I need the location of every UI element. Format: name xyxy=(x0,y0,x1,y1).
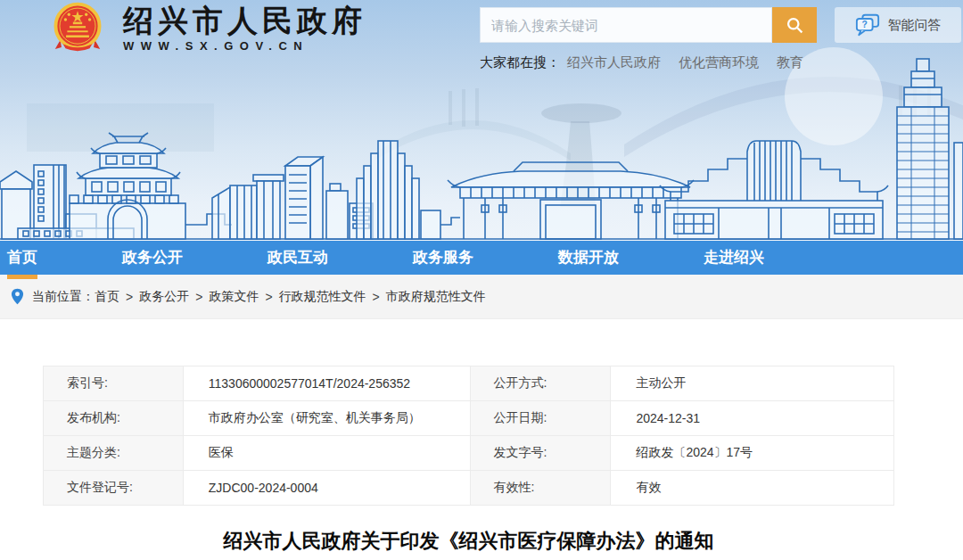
table-row: 索引号: 11330600002577014T/2024-256352 公开方式… xyxy=(44,366,894,401)
field-value-topic-category: 医保 xyxy=(183,436,470,471)
breadcrumb-item-city-normative[interactable]: 市政府规范性文件 xyxy=(386,289,486,305)
table-row: 主题分类: 医保 发文字号: 绍政发〔2024〕17号 xyxy=(44,436,894,471)
location-pin-icon xyxy=(11,288,24,305)
field-label-issuing-agency: 发布机构: xyxy=(44,401,184,436)
document-page: 索引号: 11330600002577014T/2024-256352 公开方式… xyxy=(0,319,963,555)
breadcrumb: 当前位置： 首页 > 政务公开 > 政策文件 > 行政规范性文件 > 市政府规范… xyxy=(0,275,963,319)
field-value-publish-date: 2024-12-31 xyxy=(611,401,894,436)
breadcrumb-item-gov-info[interactable]: 政务公开 xyxy=(139,289,189,305)
magnifier-icon xyxy=(786,16,804,35)
table-row: 发布机构: 市政府办公室（研究室、机关事务局） 公开日期: 2024-12-31 xyxy=(44,401,894,436)
breadcrumb-prefix: 当前位置： xyxy=(32,289,95,305)
hot-search-link[interactable]: 优化营商环境 xyxy=(679,54,759,71)
search-input[interactable] xyxy=(480,7,772,43)
nav-item-services[interactable]: 政务服务 xyxy=(413,241,473,275)
smart-qa-label: 智能问答 xyxy=(888,17,942,34)
field-label-publish-date: 公开日期: xyxy=(470,401,611,436)
nav-item-open-data[interactable]: 数据开放 xyxy=(558,241,619,275)
field-value-validity: 有效 xyxy=(611,471,894,506)
national-emblem-icon xyxy=(46,2,109,57)
field-label-registration-no: 文件登记号: xyxy=(44,471,184,506)
site-logo[interactable]: 绍兴市人民政府 WWW.SX.GOV.CN xyxy=(46,1,366,57)
field-label-doc-number: 发文字号: xyxy=(470,436,611,471)
field-label-topic-category: 主题分类: xyxy=(44,436,184,471)
document-info-table: 索引号: 11330600002577014T/2024-256352 公开方式… xyxy=(43,366,894,506)
search-bar xyxy=(480,7,817,43)
site-url: WWW.SX.GOV.CN xyxy=(123,39,366,53)
nav-item-home[interactable]: 首页 xyxy=(7,241,37,275)
breadcrumb-separator: > xyxy=(126,290,133,304)
hot-search-link[interactable]: 教育 xyxy=(777,54,803,71)
breadcrumb-item-admin-normative[interactable]: 行政规范性文件 xyxy=(279,289,366,305)
field-value-doc-number: 绍政发〔2024〕17号 xyxy=(611,436,894,471)
field-value-index-no: 11330600002577014T/2024-256352 xyxy=(183,366,470,401)
field-value-issuing-agency: 市政府办公室（研究室、机关事务局） xyxy=(183,401,470,436)
chat-bubble-question-icon: ? xyxy=(855,13,880,37)
nav-item-gov-info[interactable]: 政务公开 xyxy=(122,241,183,275)
site-name: 绍兴市人民政府 xyxy=(123,4,366,37)
breadcrumb-item-policy-docs[interactable]: 政策文件 xyxy=(209,289,259,305)
main-nav: 首页 政务公开 政民互动 政务服务 数据开放 走进绍兴 xyxy=(0,241,963,275)
smart-qa-button[interactable]: ? 智能问答 xyxy=(835,7,961,43)
field-label-validity: 有效性: xyxy=(470,471,611,506)
search-button[interactable] xyxy=(772,7,817,43)
nav-item-interaction[interactable]: 政民互动 xyxy=(268,241,328,275)
hot-search-label: 大家都在搜： xyxy=(480,54,560,71)
hot-search-link[interactable]: 绍兴市人民政府 xyxy=(567,54,661,71)
breadcrumb-separator: > xyxy=(265,290,272,304)
site-header: 绍兴市人民政府 WWW.SX.GOV.CN ? 智能问答 大家都在搜： 绍兴市人… xyxy=(0,0,963,241)
field-label-disclosure-method: 公开方式: xyxy=(470,366,611,401)
breadcrumb-separator: > xyxy=(195,290,202,304)
field-label-index-no: 索引号: xyxy=(44,366,184,401)
document-title: 绍兴市人民政府关于印发《绍兴市医疗保障办法》的通知 xyxy=(43,528,894,555)
table-row: 文件登记号: ZJDC00-2024-0004 有效性: 有效 xyxy=(44,471,894,506)
breadcrumb-item-home[interactable]: 首页 xyxy=(95,289,119,305)
hot-search-row: 大家都在搜： 绍兴市人民政府 优化营商环境 教育 xyxy=(480,54,803,71)
svg-text:?: ? xyxy=(861,20,867,29)
nav-item-about-shaoxing[interactable]: 走进绍兴 xyxy=(704,241,764,275)
field-value-registration-no: ZJDC00-2024-0004 xyxy=(183,471,470,506)
field-value-disclosure-method: 主动公开 xyxy=(611,366,894,401)
breadcrumb-separator: > xyxy=(373,290,380,304)
